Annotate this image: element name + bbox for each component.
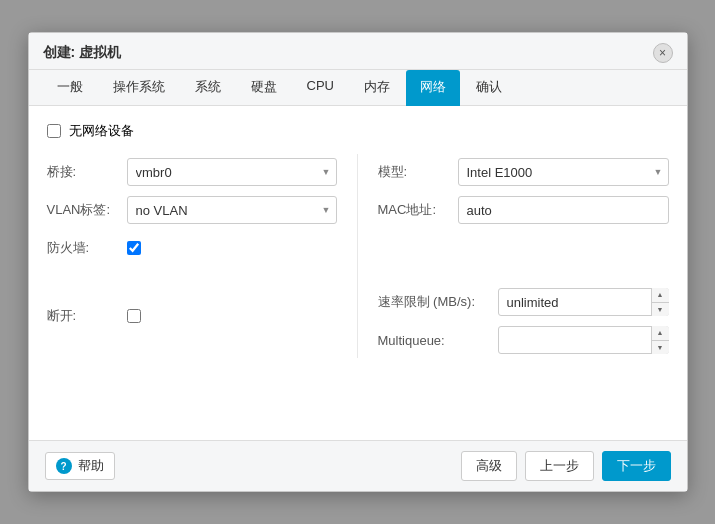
multiqueue-control: ▲ ▼ — [498, 326, 669, 354]
firewall-checkbox[interactable] — [127, 241, 141, 255]
no-network-row: 无网络设备 — [47, 122, 669, 140]
rate-row: 速率限制 (MB/s): unlimited ▲ ▼ — [378, 284, 669, 320]
right-column: 模型: Intel E1000 VirtIO RTL8139 E1000e — [358, 154, 669, 358]
back-button[interactable]: 上一步 — [525, 451, 594, 481]
model-control: Intel E1000 VirtIO RTL8139 E1000e — [458, 158, 669, 186]
rate-spinner-arrows: ▲ ▼ — [651, 288, 669, 316]
disconnect-checkbox[interactable] — [127, 309, 141, 323]
right-spacer — [378, 230, 669, 274]
multiqueue-spinner-arrows: ▲ ▼ — [651, 326, 669, 354]
no-network-label: 无网络设备 — [69, 122, 134, 140]
disconnect-row: 断开: — [47, 298, 337, 334]
bridge-label: 桥接: — [47, 163, 127, 181]
vlan-label: VLAN标签: — [47, 201, 127, 219]
disconnect-control — [127, 309, 337, 323]
dialog-body: 无网络设备 桥接: vmbr0 vmbr1 — [29, 106, 687, 440]
vlan-control: no VLAN — [127, 196, 337, 224]
form-grid: 桥接: vmbr0 vmbr1 VLAN标签: — [47, 154, 669, 358]
left-spacer — [47, 268, 337, 288]
rate-spinner-wrapper: unlimited ▲ ▼ — [498, 288, 669, 316]
rate-label: 速率限制 (MB/s): — [378, 293, 498, 311]
dialog-title: 创建: 虚拟机 — [43, 44, 122, 62]
close-button[interactable]: × — [653, 43, 673, 63]
next-button[interactable]: 下一步 — [602, 451, 671, 481]
mac-input[interactable] — [458, 196, 669, 224]
multiqueue-select[interactable] — [498, 326, 669, 354]
create-vm-dialog: 创建: 虚拟机 × 一般 操作系统 系统 硬盘 CPU 内存 网络 确认 无网络… — [28, 32, 688, 492]
no-network-checkbox[interactable] — [47, 124, 61, 138]
multiqueue-row: Multiqueue: ▲ ▼ — [378, 322, 669, 358]
rate-down-arrow[interactable]: ▼ — [652, 303, 669, 317]
help-icon: ? — [56, 458, 72, 474]
model-row: 模型: Intel E1000 VirtIO RTL8139 E1000e — [378, 154, 669, 190]
multiqueue-label: Multiqueue: — [378, 333, 498, 348]
vlan-select-wrapper: no VLAN — [127, 196, 337, 224]
dialog-footer: ? 帮助 高级 上一步 下一步 — [29, 440, 687, 491]
multiqueue-down-arrow[interactable]: ▼ — [652, 341, 669, 355]
disconnect-label: 断开: — [47, 307, 127, 325]
multiqueue-up-arrow[interactable]: ▲ — [652, 326, 669, 341]
tab-confirm[interactable]: 确认 — [462, 70, 516, 106]
model-select-wrapper: Intel E1000 VirtIO RTL8139 E1000e — [458, 158, 669, 186]
model-label: 模型: — [378, 163, 458, 181]
firewall-control — [127, 241, 337, 255]
mac-label: MAC地址: — [378, 201, 458, 219]
vlan-select[interactable]: no VLAN — [127, 196, 337, 224]
tab-general[interactable]: 一般 — [43, 70, 97, 106]
rate-control: unlimited ▲ ▼ — [498, 288, 669, 316]
help-button[interactable]: ? 帮助 — [45, 452, 115, 480]
rate-select[interactable]: unlimited — [498, 288, 669, 316]
help-label: 帮助 — [78, 457, 104, 475]
vlan-row: VLAN标签: no VLAN — [47, 192, 337, 228]
tab-system[interactable]: 系统 — [181, 70, 235, 106]
tab-disk[interactable]: 硬盘 — [237, 70, 291, 106]
model-select[interactable]: Intel E1000 VirtIO RTL8139 E1000e — [458, 158, 669, 186]
left-column: 桥接: vmbr0 vmbr1 VLAN标签: — [47, 154, 358, 358]
firewall-label: 防火墙: — [47, 239, 127, 257]
tab-bar: 一般 操作系统 系统 硬盘 CPU 内存 网络 确认 — [29, 70, 687, 106]
tab-cpu[interactable]: CPU — [293, 70, 348, 106]
tab-os[interactable]: 操作系统 — [99, 70, 179, 106]
dialog-header: 创建: 虚拟机 × — [29, 33, 687, 70]
bridge-row: 桥接: vmbr0 vmbr1 — [47, 154, 337, 190]
tab-memory[interactable]: 内存 — [350, 70, 404, 106]
mac-row: MAC地址: — [378, 192, 669, 228]
advanced-button[interactable]: 高级 — [461, 451, 517, 481]
footer-right: 高级 上一步 下一步 — [461, 451, 671, 481]
bridge-control: vmbr0 vmbr1 — [127, 158, 337, 186]
bridge-select-wrapper: vmbr0 vmbr1 — [127, 158, 337, 186]
multiqueue-spinner-wrapper: ▲ ▼ — [498, 326, 669, 354]
mac-control — [458, 196, 669, 224]
firewall-row: 防火墙: — [47, 230, 337, 266]
tab-network[interactable]: 网络 — [406, 70, 460, 106]
bridge-select[interactable]: vmbr0 vmbr1 — [127, 158, 337, 186]
rate-up-arrow[interactable]: ▲ — [652, 288, 669, 303]
